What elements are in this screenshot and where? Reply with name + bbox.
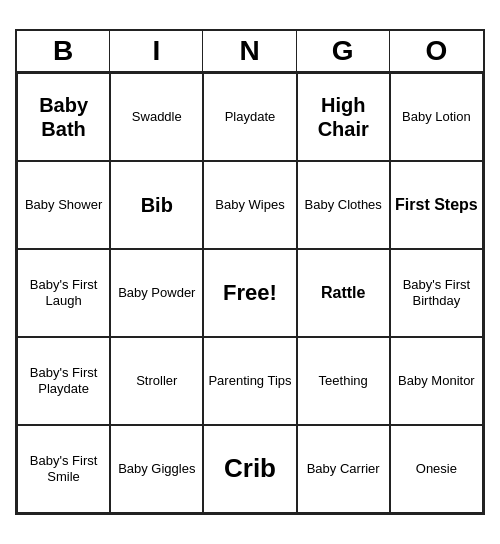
bingo-cell: Baby Powder (110, 249, 203, 337)
bingo-cell: Baby's First Playdate (17, 337, 110, 425)
bingo-cell: Crib (203, 425, 296, 513)
bingo-cell: Free! (203, 249, 296, 337)
bingo-cell: Stroller (110, 337, 203, 425)
bingo-cell: Bib (110, 161, 203, 249)
bingo-cell: First Steps (390, 161, 483, 249)
bingo-card: BINGO Baby BathSwaddlePlaydateHigh Chair… (15, 29, 485, 515)
bingo-cell: Baby's First Laugh (17, 249, 110, 337)
bingo-cell: Swaddle (110, 73, 203, 161)
bingo-cell: Rattle (297, 249, 390, 337)
header-letter: G (297, 31, 390, 71)
bingo-cell: Baby Bath (17, 73, 110, 161)
bingo-cell: Baby Lotion (390, 73, 483, 161)
bingo-cell: High Chair (297, 73, 390, 161)
bingo-cell: Teething (297, 337, 390, 425)
bingo-cell: Baby Clothes (297, 161, 390, 249)
bingo-cell: Baby Shower (17, 161, 110, 249)
header-letter: O (390, 31, 483, 71)
header-letter: B (17, 31, 110, 71)
bingo-cell: Baby Wipes (203, 161, 296, 249)
bingo-grid: Baby BathSwaddlePlaydateHigh ChairBaby L… (17, 73, 483, 513)
bingo-cell: Baby Monitor (390, 337, 483, 425)
bingo-cell: Baby Carrier (297, 425, 390, 513)
bingo-cell: Playdate (203, 73, 296, 161)
header-letter: I (110, 31, 203, 71)
bingo-cell: Parenting Tips (203, 337, 296, 425)
bingo-cell: Onesie (390, 425, 483, 513)
bingo-cell: Baby Giggles (110, 425, 203, 513)
bingo-cell: Baby's First Birthday (390, 249, 483, 337)
bingo-header: BINGO (17, 31, 483, 73)
bingo-cell: Baby's First Smile (17, 425, 110, 513)
header-letter: N (203, 31, 296, 71)
